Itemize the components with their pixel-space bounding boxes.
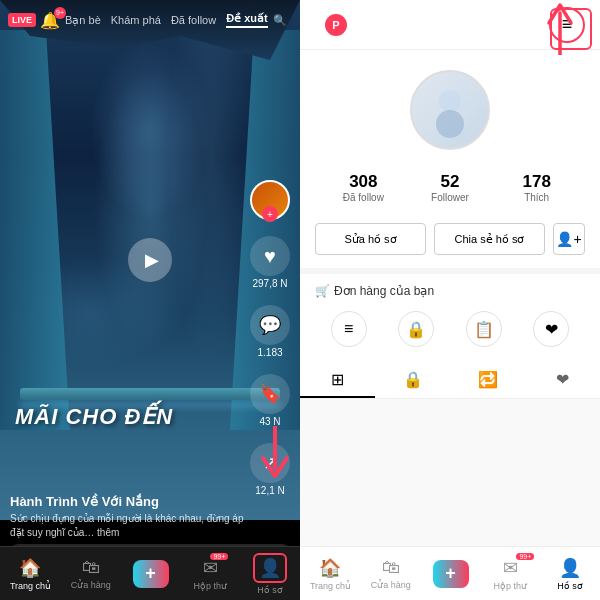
shop-icon: 🛍: [82, 557, 100, 578]
tab-cua-hang[interactable]: 🛍 Cửa hàng: [71, 557, 111, 590]
like-count: 297,8 N: [252, 278, 287, 289]
top-navigation: LIVE 🔔 9+ Bạn bè Khám phá Đã follow Đề x…: [0, 0, 300, 40]
comment-button[interactable]: 💬 1.183: [250, 305, 290, 358]
right-tab-hop-thu[interactable]: ✉ 99+ Hộp thư: [490, 557, 530, 591]
play-button[interactable]: ▶: [128, 238, 172, 282]
video-title: MÃI CHO ĐẾN: [15, 404, 173, 430]
create-plus-icon: +: [133, 560, 169, 588]
ice-decoration-left: [0, 30, 70, 430]
user-avatar-action[interactable]: +: [250, 180, 290, 220]
nav-da-follow[interactable]: Đã follow: [171, 14, 216, 26]
cart-icon: 🛒: [315, 284, 330, 298]
order-title-text: Đơn hàng của bạn: [334, 284, 434, 298]
tab-ho-so[interactable]: 👤 Hồ sơ: [250, 553, 290, 595]
edit-profile-button[interactable]: Sửa hồ sơ: [315, 223, 426, 255]
grid-tab-locked[interactable]: 🔒: [375, 362, 450, 398]
right-home-label: Trang chủ: [310, 581, 351, 591]
right-inbox-badge: 99+: [516, 553, 534, 560]
nav-kham-pha[interactable]: Khám phá: [111, 14, 161, 26]
grid-tab-liked[interactable]: ❤: [525, 362, 600, 398]
right-bottom-bar: 🏠 Trang chủ 🛍 Cửa hàng + ✉ 99+ Hộp thư 👤…: [300, 546, 600, 600]
bookmark-icon: 🔖: [250, 374, 290, 414]
right-profile-icon: 👤: [559, 557, 581, 579]
thich-number: 178: [501, 172, 572, 192]
menu-icon-button[interactable]: ≡: [549, 7, 585, 43]
nav-ban-be[interactable]: Bạn bè: [65, 14, 101, 27]
thich-label: Thích: [501, 192, 572, 203]
right-shop-label: Cửa hàng: [371, 580, 411, 590]
share-count: 12,1 N: [255, 485, 284, 496]
right-panel: P ≡ 308 Đã follow 52 Follower 178 Thích: [300, 0, 600, 600]
right-tab-ho-so[interactable]: 👤 Hồ sơ: [550, 557, 590, 591]
comment-count: 1.183: [257, 347, 282, 358]
left-panel: ▶ LIVE 🔔 9+ Bạn bè Khám phá Đã follow Đề…: [0, 0, 300, 600]
hamburger-icon: ≡: [562, 14, 573, 35]
profile-avatar-area: [300, 50, 600, 160]
tab-create[interactable]: +: [131, 560, 171, 588]
right-create-icon: +: [433, 560, 469, 588]
inbox-badge: 99+: [210, 553, 228, 560]
nav-de-xuat[interactable]: Đề xuất: [226, 12, 268, 28]
da-follow-number: 308: [328, 172, 399, 192]
song-title: Hành Trình Về Với Nắng: [10, 494, 245, 509]
tab-hop-thu[interactable]: ✉ 99+ Hộp thư: [190, 557, 230, 591]
grid-tab-reposts[interactable]: 🔁: [450, 362, 525, 398]
ho-so-highlight: 👤: [253, 553, 287, 583]
order-section: 🛒 Đơn hàng của bạn ≡ 🔒 📋 ❤: [300, 268, 600, 362]
tab-trang-chu[interactable]: 🏠 Trang chủ: [10, 557, 51, 591]
order-title: 🛒 Đơn hàng của bạn: [315, 284, 585, 298]
right-inbox-icon: ✉: [503, 557, 518, 579]
comment-icon: 💬: [250, 305, 290, 345]
grid-icon: ⊞: [331, 370, 344, 389]
order-icons-row: ≡ 🔒 📋 ❤: [315, 306, 585, 357]
bottom-info: Hành Trình Về Với Nắng Sức chịu đựng của…: [10, 494, 245, 540]
grid-tabs: ⊞ 🔒 🔁 ❤: [300, 362, 600, 399]
profile-avatar: [410, 70, 490, 150]
cua-hang-label: Cửa hàng: [71, 580, 111, 590]
follower-number: 52: [415, 172, 486, 192]
nav-search-icon[interactable]: 🔍: [273, 14, 287, 27]
locked-icon: 🔒: [398, 311, 434, 347]
right-ho-so-label: Hồ sơ: [557, 581, 583, 591]
share-profile-button[interactable]: Chia sẻ hồ sơ: [434, 223, 545, 255]
profile-icon: 👤: [259, 558, 281, 578]
da-follow-label: Đã follow: [328, 192, 399, 203]
profile-actions: Sửa hồ sơ Chia sẻ hồ sơ 👤+: [300, 215, 600, 263]
like-button[interactable]: ♥ 297,8 N: [250, 236, 290, 289]
repost-tab-icon: 🔁: [478, 370, 498, 389]
stats-row: 308 Đã follow 52 Follower 178 Thích: [300, 160, 600, 215]
share-button[interactable]: ↗ 12,1 N: [250, 443, 290, 496]
notification-bell[interactable]: 🔔 9+: [40, 11, 60, 30]
p-icon-area: P: [315, 14, 347, 36]
right-hop-thu-label: Hộp thư: [494, 581, 528, 591]
stat-follower[interactable]: 52 Follower: [407, 168, 494, 207]
ho-so-label: Hồ sơ: [257, 585, 283, 595]
order-tab-review[interactable]: ❤: [533, 311, 569, 347]
delivery-icon: 📋: [466, 311, 502, 347]
lock-tab-icon: 🔒: [403, 370, 423, 389]
song-description: Sức chịu đựng của mỗi người là khác nhau…: [10, 512, 245, 540]
right-tab-trang-chu[interactable]: 🏠 Trang chủ: [310, 557, 351, 591]
pending-icon: ≡: [331, 311, 367, 347]
person-add-icon: 👤+: [556, 231, 581, 247]
stat-da-follow[interactable]: 308 Đã follow: [320, 168, 407, 207]
hop-thu-label: Hộp thư: [194, 581, 228, 591]
follower-label: Follower: [415, 192, 486, 203]
order-tab-delivery[interactable]: 📋: [466, 311, 502, 347]
right-shop-icon: 🛍: [382, 557, 400, 578]
right-tab-create[interactable]: +: [431, 560, 471, 588]
stat-thich[interactable]: 178 Thích: [493, 168, 580, 207]
p-badge: P: [325, 14, 347, 36]
grid-tab-videos[interactable]: ⊞: [300, 362, 375, 398]
bookmark-count: 43 N: [259, 416, 280, 427]
follow-plus: +: [262, 206, 278, 222]
bookmark-button[interactable]: 🔖 43 N: [250, 374, 290, 427]
add-friend-button[interactable]: 👤+: [553, 223, 585, 255]
left-bottom-tab-bar: 🏠 Trang chủ 🛍 Cửa hàng + ✉ 99+ Hộp thư 👤…: [0, 546, 300, 600]
right-tab-cua-hang[interactable]: 🛍 Cửa hàng: [371, 557, 411, 590]
live-badge[interactable]: LIVE: [8, 13, 36, 27]
order-tab-locked[interactable]: 🔒: [398, 311, 434, 347]
order-tab-pending[interactable]: ≡: [331, 311, 367, 347]
action-buttons: + ♥ 297,8 N 💬 1.183 🔖 43 N ↗ 12,1 N: [250, 180, 290, 496]
inbox-icon: ✉: [203, 557, 218, 579]
